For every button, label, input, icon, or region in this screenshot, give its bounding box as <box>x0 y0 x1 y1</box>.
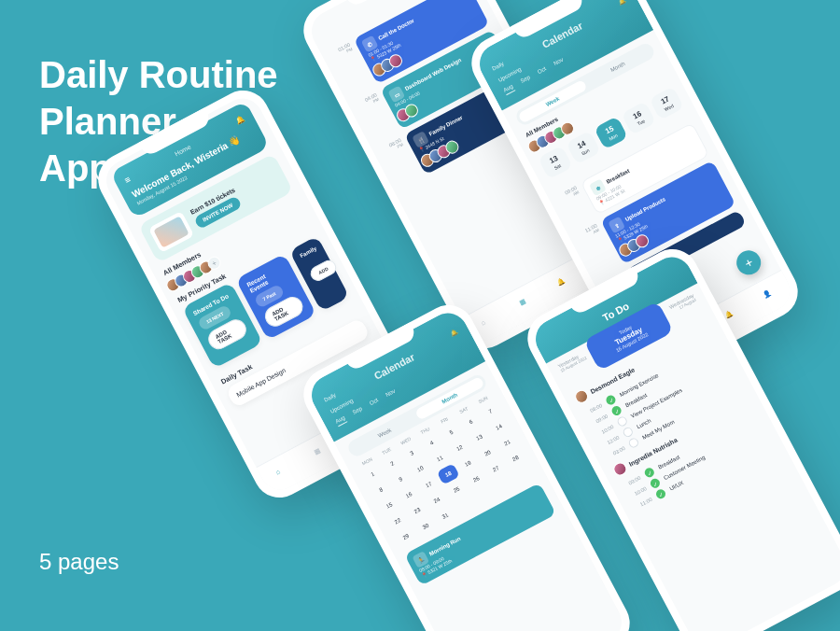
month-tab[interactable]: Sep <box>352 406 365 418</box>
user-icon[interactable]: 👤 <box>762 287 779 304</box>
day-chip[interactable]: 14Sun <box>566 131 601 164</box>
promo-illustration <box>148 211 194 253</box>
month-tab[interactable]: Nov <box>385 388 398 400</box>
check-icon[interactable]: ✓ <box>622 426 635 439</box>
check-icon[interactable]: ✓ <box>649 477 662 490</box>
day-chip-active[interactable]: 15Mon <box>594 116 629 149</box>
check-icon[interactable]: ✓ <box>654 487 667 500</box>
bell-icon[interactable]: 🔔 <box>233 114 245 126</box>
check-icon[interactable]: ✓ <box>610 404 623 417</box>
check-icon[interactable]: ✓ <box>627 437 640 450</box>
check-icon[interactable]: ✓ <box>616 415 629 428</box>
home-icon[interactable]: ⌂ <box>480 314 497 331</box>
month-tab[interactable]: Oct <box>537 65 548 77</box>
home-icon[interactable]: ⌂ <box>274 463 292 481</box>
add-fab[interactable]: + <box>733 246 765 279</box>
hero-subtitle: 5 pages <box>39 549 119 575</box>
check-icon[interactable]: ✓ <box>643 466 656 479</box>
bell-icon[interactable]: 🔔 <box>449 328 460 341</box>
bell-icon[interactable]: 🔔 <box>555 273 573 291</box>
menu-icon[interactable]: ≡ <box>122 174 132 185</box>
month-tab[interactable]: Nov <box>553 57 566 69</box>
add-button[interactable]: ADD <box>308 258 339 284</box>
month-tab[interactable]: Aug <box>502 83 515 95</box>
day-chip[interactable]: 16Tue <box>622 101 657 134</box>
card-title: Family <box>300 245 317 259</box>
todo-label: UI/UX <box>668 480 684 492</box>
invite-button[interactable]: INVITE NOW <box>193 195 242 230</box>
check-icon[interactable]: ✓ <box>605 394 618 407</box>
month-tab[interactable]: Oct <box>369 397 380 408</box>
month-tab[interactable]: Aug <box>334 414 347 427</box>
screen-title: Home <box>174 144 192 158</box>
day-chip[interactable]: 13Sat <box>538 146 573 179</box>
calendar-icon[interactable]: ▦ <box>517 294 535 312</box>
day-chip[interactable]: 17Wed <box>650 86 685 119</box>
month-tab[interactable]: Sep <box>520 75 533 87</box>
